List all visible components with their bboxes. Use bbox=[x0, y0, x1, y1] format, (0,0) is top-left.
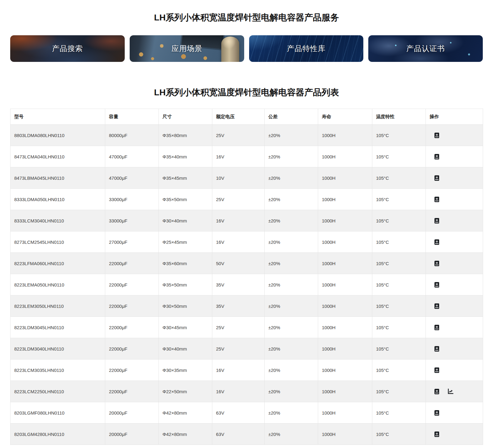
model-cell: 8203LGM4280LHN0110 bbox=[11, 424, 105, 445]
size-cell: Φ30×35mm bbox=[159, 360, 212, 381]
nav-card-product-characteristics[interactable]: 产品特性库 bbox=[249, 35, 364, 62]
lifetime-cell: 1000H bbox=[318, 424, 372, 445]
size-cell: Φ35×50mm bbox=[159, 189, 212, 210]
col-header-model: 型号 bbox=[11, 109, 105, 125]
product-row: 8333LDMA050LHN0110 33000μF Φ35×50mm 25V … bbox=[11, 189, 483, 210]
rated-voltage-cell: 63V bbox=[212, 424, 265, 445]
capacity-cell: 22000μF bbox=[105, 360, 159, 381]
datasheet-book-icon[interactable] bbox=[433, 303, 440, 309]
temperature-cell: 105°C bbox=[372, 146, 426, 167]
capacity-cell: 22000μF bbox=[105, 295, 159, 317]
actions-cell bbox=[426, 424, 483, 445]
product-table: 型号 容量 尺寸 额定电压 公差 寿命 温度特性 操作 8803LDMA080L… bbox=[10, 109, 483, 445]
rated-voltage-cell: 50V bbox=[212, 253, 265, 274]
capacity-cell: 47000μF bbox=[105, 167, 159, 189]
datasheet-book-icon[interactable] bbox=[433, 260, 440, 267]
product-row: 8203LGMF080LHN0110 20000μF Φ42×80mm 63V … bbox=[11, 402, 483, 424]
lifetime-cell: 1000H bbox=[318, 338, 372, 360]
tolerance-cell: ±20% bbox=[265, 167, 318, 189]
product-row: 8223LCM2250LHN0110 22000μF Φ22×50mm 16V … bbox=[11, 381, 483, 402]
datasheet-book-icon[interactable] bbox=[433, 217, 440, 224]
size-cell: Φ42×80mm bbox=[159, 402, 212, 424]
capacity-cell: 22000μF bbox=[105, 253, 159, 274]
datasheet-book-icon[interactable] bbox=[433, 239, 440, 245]
product-row: 8803LDMA080LHN0110 80000μF Φ35×80mm 25V … bbox=[11, 125, 483, 146]
model-cell: 8223LCM2250LHN0110 bbox=[11, 381, 105, 402]
rated-voltage-cell: 35V bbox=[212, 295, 265, 317]
datasheet-book-icon[interactable] bbox=[433, 345, 440, 352]
temperature-cell: 105°C bbox=[372, 424, 426, 445]
size-cell: Φ35×45mm bbox=[159, 167, 212, 189]
temperature-cell: 105°C bbox=[372, 231, 426, 253]
col-header-lifetime: 寿命 bbox=[318, 109, 372, 125]
datasheet-book-icon[interactable] bbox=[433, 388, 440, 395]
col-header-actions: 操作 bbox=[426, 109, 483, 125]
capacity-cell: 22000μF bbox=[105, 317, 159, 338]
nav-card-application-scenarios[interactable]: 应用场景 bbox=[130, 35, 244, 62]
datasheet-book-icon[interactable] bbox=[433, 196, 440, 203]
model-cell: 8203LGMF080LHN0110 bbox=[11, 402, 105, 424]
temperature-cell: 105°C bbox=[372, 125, 426, 146]
capacity-cell: 47000μF bbox=[105, 146, 159, 167]
product-row: 8273LCM2545LHN0110 27000μF Φ25×45mm 16V … bbox=[11, 231, 483, 253]
lifetime-cell: 1000H bbox=[318, 210, 372, 231]
datasheet-book-icon[interactable] bbox=[433, 324, 440, 331]
col-header-capacity: 容量 bbox=[105, 109, 159, 125]
lifetime-cell: 1000H bbox=[318, 381, 372, 402]
tolerance-cell: ±20% bbox=[265, 231, 318, 253]
nav-card-product-characteristics-label: 产品特性库 bbox=[287, 44, 326, 54]
datasheet-book-icon[interactable] bbox=[433, 431, 440, 437]
datasheet-book-icon[interactable] bbox=[433, 367, 440, 373]
actions-cell bbox=[426, 402, 483, 424]
product-row: 8333LCM3040LHN0110 33000μF Φ30×40mm 16V … bbox=[11, 210, 483, 231]
actions-cell bbox=[426, 274, 483, 295]
rated-voltage-cell: 16V bbox=[212, 381, 265, 402]
actions-cell bbox=[426, 231, 483, 253]
nav-card-product-certificates-label: 产品认证书 bbox=[406, 44, 445, 54]
model-cell: 8803LDMA080LHN0110 bbox=[11, 125, 105, 146]
temperature-cell: 105°C bbox=[372, 210, 426, 231]
product-row: 8223LDM3040LHN0110 22000μF Φ30×40mm 25V … bbox=[11, 338, 483, 360]
col-header-temperature: 温度特性 bbox=[372, 109, 426, 125]
rated-voltage-cell: 16V bbox=[212, 231, 265, 253]
nav-card-product-search[interactable]: 产品搜索 bbox=[10, 35, 125, 62]
model-cell: 8223LEMA050LHN0110 bbox=[11, 274, 105, 295]
size-cell: Φ30×50mm bbox=[159, 295, 212, 317]
nav-card-application-scenarios-label: 应用场景 bbox=[171, 44, 202, 54]
nav-card-row: 产品搜索 应用场景 产品特性库 产品认证书 bbox=[10, 35, 483, 62]
performance-trend-chart-icon[interactable] bbox=[447, 388, 454, 395]
actions-cell bbox=[426, 295, 483, 317]
product-row: 8473LCMA040LHN0110 47000μF Φ35×40mm 16V … bbox=[11, 146, 483, 167]
datasheet-book-icon[interactable] bbox=[433, 174, 440, 181]
actions-cell bbox=[426, 338, 483, 360]
rated-voltage-cell: 25V bbox=[212, 125, 265, 146]
rated-voltage-cell: 35V bbox=[212, 274, 265, 295]
tolerance-cell: ±20% bbox=[265, 338, 318, 360]
datasheet-book-icon[interactable] bbox=[433, 153, 440, 160]
size-cell: Φ30×40mm bbox=[159, 338, 212, 360]
size-cell: Φ25×45mm bbox=[159, 231, 212, 253]
model-cell: 8223LFMA060LHN0110 bbox=[11, 253, 105, 274]
size-cell: Φ35×50mm bbox=[159, 274, 212, 295]
datasheet-book-icon[interactable] bbox=[433, 132, 440, 139]
tolerance-cell: ±20% bbox=[265, 125, 318, 146]
model-cell: 8273LCM2545LHN0110 bbox=[11, 231, 105, 253]
lifetime-cell: 1000H bbox=[318, 317, 372, 338]
table-header-row: 型号 容量 尺寸 额定电压 公差 寿命 温度特性 操作 bbox=[11, 109, 483, 125]
datasheet-book-icon[interactable] bbox=[433, 409, 440, 416]
lifetime-cell: 1000H bbox=[318, 125, 372, 146]
rated-voltage-cell: 10V bbox=[212, 167, 265, 189]
product-list-title: LH系列小体积宽温度焊针型电解电容器产品列表 bbox=[0, 87, 493, 98]
tolerance-cell: ±20% bbox=[265, 424, 318, 445]
size-cell: Φ30×45mm bbox=[159, 317, 212, 338]
model-cell: 8223LCM3035LHN0110 bbox=[11, 360, 105, 381]
capacity-cell: 22000μF bbox=[105, 338, 159, 360]
size-cell: Φ30×40mm bbox=[159, 210, 212, 231]
model-cell: 8473LBMA045LHN0110 bbox=[11, 167, 105, 189]
rated-voltage-cell: 16V bbox=[212, 210, 265, 231]
tolerance-cell: ±20% bbox=[265, 295, 318, 317]
model-cell: 8223LDM3045LHN0110 bbox=[11, 317, 105, 338]
datasheet-book-icon[interactable] bbox=[433, 281, 440, 288]
nav-card-product-certificates[interactable]: 产品认证书 bbox=[368, 35, 483, 62]
temperature-cell: 105°C bbox=[372, 167, 426, 189]
